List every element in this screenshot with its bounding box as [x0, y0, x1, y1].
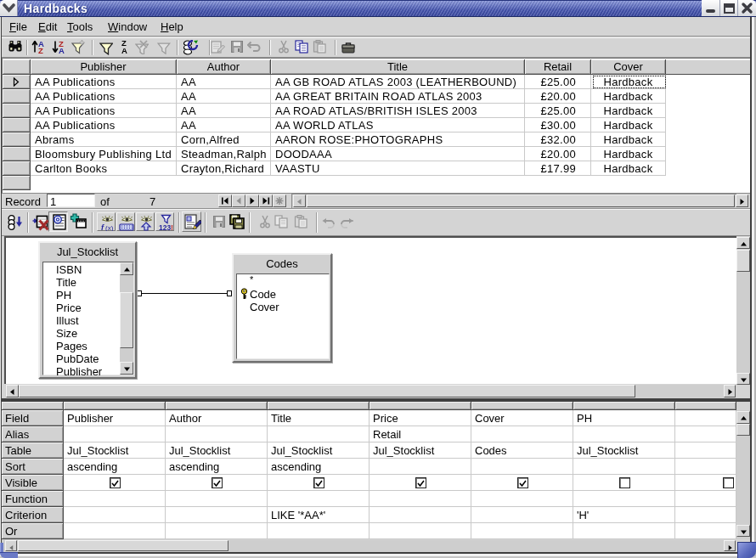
svg-text:f: f — [101, 223, 104, 231]
svg-text:!: ! — [171, 223, 173, 231]
svg-text:A: A — [59, 46, 65, 54]
svg-text:A: A — [121, 46, 127, 54]
svg-text:(x): (x) — [105, 224, 114, 231]
svg-text:123: 123 — [159, 223, 171, 231]
svg-text:Z: Z — [38, 46, 43, 54]
